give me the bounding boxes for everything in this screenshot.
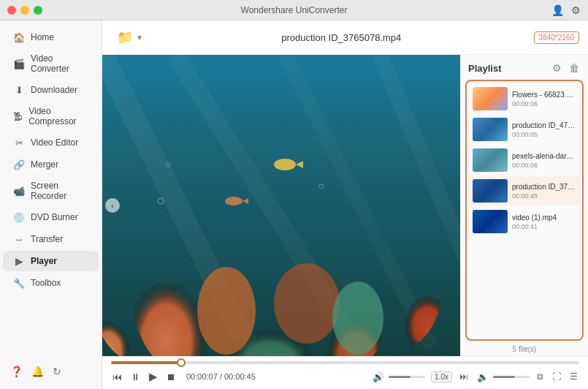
next-track-button[interactable]: ⏭ [458,370,470,383]
playlist-item-name: pexels-alena-darmel-...0 (7).mp4 [512,151,576,161]
pip-button[interactable]: ⧉ [535,370,545,383]
player-icon: ▶ [13,255,25,267]
playlist-item-duration: 00:00:06 [512,162,576,169]
playlist-settings-button[interactable]: ⚙ [551,61,563,75]
sidebar-label-video-compressor: Video Compressor [28,106,88,126]
playlist-item-duration: 00:00:45 [512,192,576,200]
volume-slider[interactable] [389,376,425,378]
sidebar-item-toolbox[interactable]: 🔧 Toolbox [3,273,99,293]
progress-bar[interactable] [111,361,579,364]
fullscreen-icon: ⛶ [552,371,561,382]
svg-point-11 [225,197,243,205]
playlist-panel: Playlist ⚙ 🗑 Flowers - 66823.mp4 00:00:0… [460,55,588,356]
sidebar-label-merger: Merger [31,159,58,170]
playlist-item[interactable]: video (1).mp4 00:00:41 [470,207,579,236]
playlist-delete-button[interactable]: 🗑 [568,61,581,75]
notification-icon[interactable]: 🔔 [31,366,44,377]
settings-icon[interactable]: ⚙ [571,4,581,16]
playlist-item-name: production ID_4782485.mp4 [512,121,576,130]
sidebar-item-home[interactable]: 🏠 Home [3,27,99,48]
downloader-icon: ⬇ [13,84,25,96]
coral-svg [102,55,460,356]
menu-button[interactable]: ☰ [568,370,579,383]
playlist-item-info: production ID_3765078.mp4 00:00:45 [512,182,576,200]
sidebar-item-transfer[interactable]: ↔ Transfer [3,229,99,249]
playlist-item[interactable]: pexels-alena-darmel-...0 (7).mp4 00:00:0… [470,146,579,175]
prev-video-arrow[interactable]: ‹ [105,198,120,213]
playlist-item[interactable]: production ID_3765078.mp4 00:00:45 [470,176,579,205]
playlist-item-duration: 00:00:05 [512,131,576,138]
sidebar-item-dvd-burner[interactable]: 💿 DVD Burner [3,207,99,227]
prev-icon: ⏮ [112,371,122,382]
playlist-item-name: production ID_3765078.mp4 [512,182,576,192]
screen-recorder-icon: 📹 [13,185,25,197]
maximize-button[interactable] [34,6,42,15]
user-icon[interactable]: 👤 [551,4,564,16]
add-file-icon: 📁 [117,29,133,45]
sidebar-item-screen-recorder[interactable]: 📹 Screen Recorder [3,176,99,205]
pip-icon: ⧉ [537,371,543,382]
playlist-item-thumbnail [473,179,508,203]
transfer-icon: ↔ [13,233,25,245]
titlebar: Wondershare UniConverter 👤 ⚙ [0,0,588,20]
playlist-item[interactable]: Flowers - 66823.mp4 00:00:06 [470,84,579,113]
minimize-button[interactable] [20,6,29,15]
sidebar-label-dvd-burner: DVD Burner [31,212,78,222]
pause-button[interactable]: ⏸ [129,370,142,384]
progress-thumb[interactable] [177,358,186,367]
playlist-item-thumbnail [473,118,508,141]
time-display: 00:00:07 / 00:00:45 [186,372,256,381]
audio-fill [493,376,515,378]
audio-icon: 🔈 [477,371,489,382]
playlist-count: 5 file(s) [461,342,588,356]
playlist-items: Flowers - 66823.mp4 00:00:06 production … [465,80,584,341]
playlist-item-duration: 00:00:41 [512,223,576,230]
video-area: ‹ Playlist ⚙ 🗑 Flowers - 66823. [102,55,588,356]
sidebar-label-video-converter: Video Converter [31,53,88,74]
app-title: Wondershare UniConverter [241,5,348,15]
volume-fill [389,376,411,378]
refresh-icon[interactable]: ↻ [53,366,61,377]
playlist-actions: ⚙ 🗑 [551,61,581,75]
main-header: 📁 ▼ production ID_3765078.mp4 3840*2160 [102,20,588,55]
sidebar-item-video-compressor[interactable]: 🗜 Video Compressor [3,102,99,131]
sidebar: 🏠 Home 🎬 Video Converter ⬇ Downloader 🗜 … [0,20,102,389]
svg-point-7 [274,263,340,344]
play-button[interactable]: ▶ [148,369,159,385]
sidebar-label-player: Player [31,256,57,266]
dvd-burner-icon: 💿 [13,211,25,223]
toolbox-icon: 🔧 [13,277,25,289]
sidebar-item-merger[interactable]: 🔗 Merger [3,154,99,175]
playlist-item[interactable]: production ID_4782485.mp4 00:00:05 [470,115,579,144]
svg-point-8 [332,282,383,355]
sidebar-item-video-converter[interactable]: 🎬 Video Converter [3,49,99,78]
progress-fill [111,361,181,364]
playlist-header: Playlist ⚙ 🗑 [461,55,588,78]
help-icon[interactable]: ❓ [10,366,23,377]
prev-button[interactable]: ⏮ [111,370,123,384]
playlist-title: Playlist [468,63,502,74]
speed-button[interactable]: 1.0x [431,371,452,382]
sidebar-item-video-editor[interactable]: ✂ Video Editor [3,132,99,153]
menu-icon: ☰ [570,371,578,382]
app-body: 🏠 Home 🎬 Video Converter ⬇ Downloader 🗜 … [0,20,588,389]
playlist-item-info: production ID_4782485.mp4 00:00:05 [512,121,576,138]
video-player[interactable]: ‹ [102,55,460,356]
playlist-item-name: video (1).mp4 [512,213,576,222]
close-button[interactable] [7,6,16,15]
fullscreen-button[interactable]: ⛶ [551,370,562,383]
sidebar-item-player[interactable]: ▶ Player [3,251,99,271]
add-file-button[interactable]: 📁 ▼ [111,26,149,48]
current-time: 00:00:07 [186,372,218,381]
audio-slider[interactable] [493,376,530,378]
audio-button[interactable]: 🔈 [476,370,490,384]
sidebar-label-home: Home [31,32,54,42]
volume-button[interactable]: 🔊 [371,370,386,384]
sidebar-item-downloader[interactable]: ⬇ Downloader [3,80,99,100]
add-file-label: ▼ [136,34,143,42]
audio-area: 🔈 [476,370,530,384]
sidebar-label-transfer: Transfer [31,234,63,244]
playlist-item-thumbnail [473,210,508,233]
stop-button[interactable]: ⏹ [165,370,177,384]
video-editor-icon: ✂ [13,137,25,148]
